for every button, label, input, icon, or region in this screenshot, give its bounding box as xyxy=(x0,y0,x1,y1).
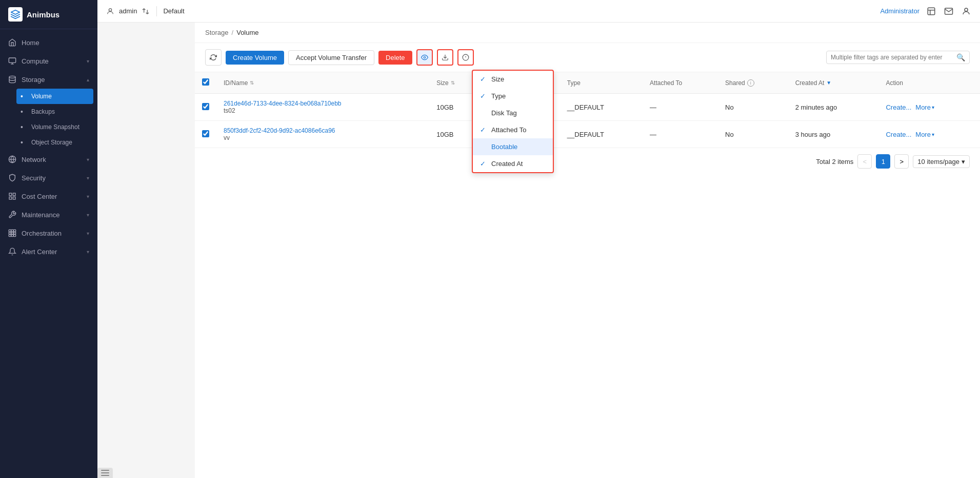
volume-id-link[interactable]: 261de46d-7133-4dee-8324-be068a710ebb xyxy=(224,100,422,107)
delete-button[interactable]: Delete xyxy=(378,51,412,65)
row-created-at: 2 minutes ago xyxy=(788,94,879,121)
sidebar-item-volume[interactable]: Volume xyxy=(16,89,93,104)
row-created-at: 3 hours ago xyxy=(788,121,879,148)
info-button[interactable] xyxy=(457,49,474,66)
row-checkbox[interactable] xyxy=(202,103,209,110)
pagination: Total 2 items < 1 > 10 items/page ▾ xyxy=(195,148,980,175)
refresh-button[interactable] xyxy=(205,49,222,66)
prev-page-button[interactable]: < xyxy=(857,154,872,169)
svg-rect-7 xyxy=(13,193,15,196)
col-label: Created At xyxy=(491,160,523,168)
col-toggle-bootable[interactable]: Bootable xyxy=(473,138,553,155)
chevron-down-icon: ▾ xyxy=(932,132,934,137)
accept-volume-transfer-button[interactable]: Accept Volume Transfer xyxy=(288,50,374,65)
create-action-link[interactable]: Create... xyxy=(886,103,911,111)
apps-icon xyxy=(8,229,16,237)
sidebar-item-maintenance[interactable]: Maintenance ▾ xyxy=(0,205,97,224)
col-toggle-created-at[interactable]: ✓ Created At xyxy=(473,155,553,172)
admin-icon xyxy=(106,7,115,16)
col-toggle-disk-tag[interactable]: Disk Tag xyxy=(473,105,553,121)
svg-point-24 xyxy=(424,56,426,58)
col-toggle-size[interactable]: ✓ Size xyxy=(473,71,553,88)
export-button[interactable] xyxy=(437,49,453,66)
sort-icon: ▼ xyxy=(826,80,831,86)
svg-rect-30 xyxy=(101,472,109,473)
sort-created-at[interactable]: Created At ▼ xyxy=(795,79,872,87)
row-checkbox-cell xyxy=(195,94,216,121)
breadcrumb-storage[interactable]: Storage xyxy=(205,29,229,36)
th-created-at: Created At ▼ xyxy=(788,72,879,94)
col-label: Bootable xyxy=(491,143,517,151)
topbar-username[interactable]: Administrator xyxy=(880,7,919,15)
sort-id-name[interactable]: ID/Name ⇅ xyxy=(224,79,422,87)
topbar-divider xyxy=(156,6,157,16)
svg-rect-18 xyxy=(14,235,16,237)
topbar-workspace: Default xyxy=(163,7,184,15)
chevron-down-icon: ▾ xyxy=(87,58,89,64)
svg-rect-10 xyxy=(9,230,11,232)
more-action-button[interactable]: More ▾ xyxy=(915,131,934,138)
sidebar-item-compute[interactable]: Compute ▾ xyxy=(0,52,97,70)
col-toggle-attached-to[interactable]: ✓ Attached To xyxy=(473,121,553,138)
sidebar-item-security[interactable]: Security ▾ xyxy=(0,169,97,187)
app-name: Animbus xyxy=(27,10,59,19)
user-profile-icon[interactable] xyxy=(961,6,972,17)
svg-rect-29 xyxy=(101,470,109,471)
row-action: Create... More ▾ xyxy=(878,94,980,121)
page-size-selector[interactable]: 10 items/page ▾ xyxy=(913,155,970,168)
row-checkbox[interactable] xyxy=(202,130,209,137)
sidebar-nav: Home Compute ▾ Storage ▴ Volume Backups xyxy=(0,29,97,478)
th-type: Type xyxy=(560,72,643,94)
main-content: Storage / Volume Create Volume Accept Vo… xyxy=(195,23,980,478)
animbus-logo-icon xyxy=(8,7,23,22)
sidebar-item-label: Alert Center xyxy=(22,248,82,256)
sort-size[interactable]: Size ⇅ xyxy=(436,79,474,87)
topbar: admin Default Administrator xyxy=(97,0,980,23)
bottom-handle[interactable] xyxy=(97,468,113,478)
col-label: Size xyxy=(491,75,504,83)
column-toggle-dropdown: ✓ Size ✓ Type Disk Tag ✓ Attached To xyxy=(472,70,554,173)
chevron-down-icon: ▾ xyxy=(87,157,89,162)
sort-icon: ⇅ xyxy=(250,80,254,86)
more-action-button[interactable]: More ▾ xyxy=(915,103,934,111)
sidebar-item-orchestration[interactable]: Orchestration ▾ xyxy=(0,224,97,242)
th-shared: Shared i xyxy=(718,72,788,94)
table-row: 261de46d-7133-4dee-8324-be068a710ebb ts0… xyxy=(195,94,980,121)
create-action-link[interactable]: Create... xyxy=(886,131,911,138)
col-toggle-type[interactable]: ✓ Type xyxy=(473,88,553,105)
chevron-down-icon: ▾ xyxy=(87,212,89,218)
sidebar-item-home[interactable]: Home xyxy=(0,33,97,52)
svg-rect-8 xyxy=(9,197,12,199)
sidebar-item-cost-center[interactable]: Cost Center ▾ xyxy=(0,187,97,205)
svg-rect-16 xyxy=(9,235,11,237)
svg-point-23 xyxy=(965,8,968,11)
sidebar-item-label: Storage xyxy=(22,76,82,84)
chevron-down-icon: ▾ xyxy=(87,231,89,236)
svg-point-3 xyxy=(9,76,15,78)
volume-id-link[interactable]: 850f3ddf-2cf2-420d-9d92-ac4086e6ca96 xyxy=(224,127,422,134)
search-input[interactable] xyxy=(831,54,954,61)
row-type: __DEFAULT xyxy=(560,121,643,148)
sidebar-item-backups[interactable]: Backups xyxy=(16,104,97,119)
svg-rect-12 xyxy=(14,230,16,232)
mail-icon[interactable] xyxy=(943,6,954,17)
table-row: 850f3ddf-2cf2-420d-9d92-ac4086e6ca96 vv … xyxy=(195,121,980,148)
volumes-table: ID/Name ⇅ Size ⇅ Status xyxy=(195,72,980,148)
shield-icon xyxy=(8,174,16,182)
svg-rect-20 xyxy=(928,8,935,15)
exchange-icon[interactable] xyxy=(141,7,150,16)
sidebar-item-object-storage[interactable]: Object Storage xyxy=(16,135,97,150)
page-1-button[interactable]: 1 xyxy=(876,154,890,169)
sidebar-item-alert-center[interactable]: Alert Center ▾ xyxy=(0,242,97,261)
sidebar-item-label: Maintenance xyxy=(22,211,82,219)
sidebar-item-storage[interactable]: Storage ▴ xyxy=(0,70,97,89)
sidebar-item-volume-snapshot[interactable]: Volume Snapshot xyxy=(16,119,97,135)
sidebar-logo: Animbus xyxy=(0,0,97,29)
select-all-header xyxy=(195,72,216,94)
sidebar-item-network[interactable]: Network ▾ xyxy=(0,150,97,169)
next-page-button[interactable]: > xyxy=(894,154,909,169)
select-all-checkbox[interactable] xyxy=(202,78,209,86)
create-volume-button[interactable]: Create Volume xyxy=(226,51,284,65)
column-visibility-button[interactable] xyxy=(416,49,433,66)
table-layout-icon[interactable] xyxy=(926,6,937,17)
